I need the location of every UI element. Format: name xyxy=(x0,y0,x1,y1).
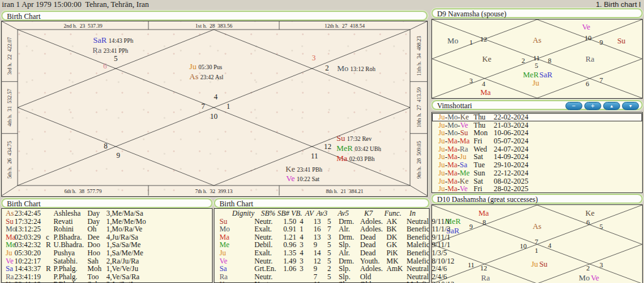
cell: 1/3/5 xyxy=(431,249,447,257)
retro-combust-flag: R xyxy=(46,265,51,273)
planet-label: Ju 05:30 Pus xyxy=(189,62,222,72)
d10-panel-header: D10 Dashamsha (great successes) xyxy=(431,194,643,204)
dignity-rows: Su Neutr.1.504135Drm.Adoles.AKNeutral9/1… xyxy=(214,218,429,283)
planet-code: Ve xyxy=(286,174,295,184)
sign-number: 10 xyxy=(210,112,218,121)
planet-detail: 03:42 UBh xyxy=(355,146,381,152)
d10-chart-label: Ju xyxy=(531,260,538,269)
d10-chart-label: 10 xyxy=(520,242,527,250)
cell: Av3 xyxy=(316,209,328,218)
planet-code: Ju xyxy=(219,249,226,257)
dignity-table-header: Birth Chart xyxy=(214,198,430,208)
planet-label: SaR 14:43 PPh xyxy=(93,35,133,45)
planet-detail: 23:41 PPh xyxy=(103,48,128,54)
edge-label-11th-house: 11th h. 34 488.23 xyxy=(416,36,422,76)
d9-chart-label: 5 xyxy=(535,62,538,69)
arrow-down-icon: ▼ xyxy=(623,103,638,110)
edge-label-3rd-house: 3rd h. 22 422.07 xyxy=(6,37,13,75)
chart-lines xyxy=(2,21,427,196)
sign-number: 11 xyxy=(311,152,318,161)
cell: Exalt. xyxy=(254,249,272,257)
lords-cell: 1,Sa/Me/Me xyxy=(106,249,143,257)
d10-chart-label: Su xyxy=(539,260,547,269)
d9-chart-label: 11 xyxy=(533,54,540,62)
d9-chart-label: 3 xyxy=(469,77,473,84)
cell: 1.06 xyxy=(283,265,296,273)
longitude-cell: 05:30:20 xyxy=(14,249,41,257)
panel-title: Vimshottari xyxy=(437,101,472,110)
d9-navamsha-panel: D9 Navamsha (spouse) VeMo112As109SuKe211… xyxy=(431,8,643,99)
d10-chart-label: 12 xyxy=(480,264,487,272)
dasha-toolbar: − + ▲ ▼ xyxy=(565,102,639,110)
cell: AmK xyxy=(386,265,402,273)
d9-chart-label: Ke xyxy=(482,55,492,64)
d9-chart-label: SaR xyxy=(540,70,553,80)
cell: VB. xyxy=(291,209,302,218)
edge-label-1st-house: 1st h. 28 383.56 xyxy=(196,23,233,29)
edge-label-6th-house: 6th h. 38 577.79 xyxy=(64,188,102,194)
edge-label-10th-house: 10th h. 27 413.59 xyxy=(416,87,422,128)
cell: Func. xyxy=(384,209,401,218)
dasha-expand-button[interactable]: + xyxy=(584,102,601,110)
d9-chart-label: Ju xyxy=(532,79,539,88)
cell: Old xyxy=(360,280,371,283)
chart-page-indicator: 1. Birth chart I xyxy=(596,1,641,8)
sign-number: 2 xyxy=(325,64,329,73)
cell: Slp. xyxy=(338,280,350,283)
dasha-up-button[interactable]: ▲ xyxy=(603,102,620,110)
dasha-row[interactable]: Ju-Ma-Ve Fri 28-02-2025 xyxy=(432,185,642,193)
planet-code: As xyxy=(189,72,198,82)
arrow-up-icon: ▲ xyxy=(604,103,619,110)
cell: Dead xyxy=(360,249,375,257)
sign-number: 1 xyxy=(226,102,230,111)
d9-chart-label: 4 xyxy=(482,80,486,87)
dasha-start-date: 28-02-2025 xyxy=(494,185,528,193)
d9-chart-label: 1 xyxy=(469,38,473,46)
sign-number: 7 xyxy=(201,102,205,111)
table-header-row: DignitySB%SB#VB.AVAv3Av5K7Func.In xyxy=(214,209,429,218)
d10-chart-label: Mo xyxy=(579,274,589,283)
edge-label-2nd-house: 2nd h. 23 537.39 xyxy=(64,23,103,29)
nakshatra-cell: Ashlesha xyxy=(53,209,80,218)
birth-chart-panel-header: Birth Chart xyxy=(1,11,428,21)
d10-chart-label: 8 xyxy=(482,218,486,226)
edge-label-7th-house: 7th h. 32 399.13 xyxy=(195,188,233,194)
panel-title: Birth Chart xyxy=(7,12,40,21)
vimshottari-panel-header: Vimshottari − + ▲ ▼ xyxy=(431,100,643,110)
planet-detail: 02:03 PBh xyxy=(349,156,374,162)
cell: Alr. xyxy=(338,249,350,257)
plus-icon: + xyxy=(591,103,595,109)
planet-detail: 13:12 Roh xyxy=(350,66,375,72)
dasha-period-list[interactable]: Ju-Mo-Ke Thu 22-02-2024 Ju-Mo-Ve Thu 21-… xyxy=(431,112,643,193)
lords-cell: 2,Ju/Sa/Ju xyxy=(106,280,136,283)
planet-code: Ke xyxy=(219,280,228,283)
d9-chart-label: As xyxy=(533,36,541,45)
planet-code: Ke xyxy=(6,280,14,283)
d10-chart-label: 2 xyxy=(586,264,590,272)
vimshottari-panel: Vimshottari − + ▲ ▼ Ju-Mo-Ke Thu 22-02-2… xyxy=(431,100,643,193)
cell: AV xyxy=(305,209,314,218)
d9-chart-label: 10 xyxy=(585,34,592,42)
d9-chart-label: Ve xyxy=(582,23,590,32)
table-row: Ju Exalt.1.354145Alr.DeadPiKBenefic1/3/5 xyxy=(214,249,429,257)
dasha-down-button[interactable]: ▼ xyxy=(622,102,639,110)
dasha-weekday: Sun xyxy=(474,169,485,177)
cell: Neutr. xyxy=(254,280,272,283)
table-row: Mo 13:12:25 Rohini Oh 1,Mo/Ra/Ve xyxy=(2,225,212,233)
cell: 5 xyxy=(327,249,331,257)
planet-code: Ju xyxy=(189,62,197,72)
panel-title: Birth Chart xyxy=(7,199,40,208)
edge-label-8th-house: 8th h. 21 384.21 xyxy=(326,188,364,194)
d10-chart-label: 7 xyxy=(535,238,538,245)
d9-chart-label: Mo xyxy=(447,36,458,46)
longitude-cell: 23:41:19 xyxy=(14,280,41,283)
dasha-collapse-button[interactable]: − xyxy=(565,102,582,110)
d9-chart-label: 9 xyxy=(599,38,603,46)
edge-label-9th-house: 9th h. 28 509.05 xyxy=(416,141,422,179)
planet-label: Ke 23:41 PBh xyxy=(286,164,323,174)
d10-chart-label: 9 xyxy=(469,223,473,230)
sign-number: 8 xyxy=(104,142,108,151)
planet-code: Ma xyxy=(336,153,347,164)
d10-chart-label: As xyxy=(533,222,541,231)
planet-label: Mo 13:12 Roh xyxy=(337,64,375,74)
